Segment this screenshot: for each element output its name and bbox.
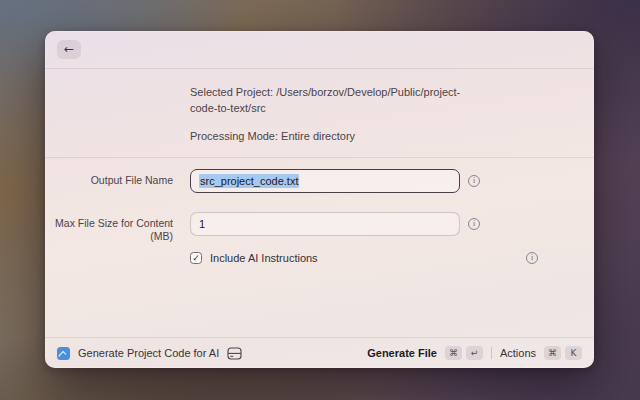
selected-project-text: Selected Project: /Users/borzov/Develop/…	[190, 84, 468, 116]
cmd-keycap: ⌘	[445, 346, 462, 360]
back-button[interactable]: ←	[57, 40, 81, 59]
info-icon[interactable]: i	[468, 175, 480, 187]
ai-instructions-label: Include AI Instructions	[210, 252, 318, 264]
actions-button[interactable]: Actions	[500, 347, 536, 359]
cmd-keycap: ⌘	[544, 346, 561, 360]
max-size-input[interactable]: 1	[190, 212, 460, 236]
k-keycap: K	[565, 346, 582, 360]
raycast-window: ← Selected Project: /Users/borzov/Develo…	[45, 31, 594, 368]
return-keycap: ↵	[466, 346, 483, 360]
form-fields: Output File Name src_project_code.txt i …	[45, 158, 594, 283]
info-icon[interactable]: i	[526, 252, 538, 264]
window-header: ←	[45, 31, 594, 69]
footer-divider	[491, 347, 492, 359]
selected-input-text: src_project_code.txt	[199, 174, 299, 188]
info-icon[interactable]: i	[468, 218, 480, 230]
max-size-row: Max File Size for Content (MB) 1 i	[45, 212, 594, 243]
output-file-input[interactable]: src_project_code.txt	[190, 169, 460, 193]
output-file-row: Output File Name src_project_code.txt i	[45, 169, 594, 193]
back-arrow-icon: ←	[64, 40, 74, 59]
max-size-value: 1	[199, 218, 205, 230]
processing-mode-text: Processing Mode: Entire directory	[190, 128, 468, 144]
ai-instructions-checkbox[interactable]: ✓	[190, 252, 202, 264]
form-description: Selected Project: /Users/borzov/Develop/…	[45, 69, 485, 144]
desktop-background: ← Selected Project: /Users/borzov/Develo…	[0, 0, 640, 400]
output-file-label: Output File Name	[45, 169, 173, 187]
extension-icon	[57, 347, 70, 360]
action-bar: Generate Project Code for AI Generate Fi…	[45, 337, 594, 368]
window-icon	[227, 347, 242, 360]
ai-instructions-row: ✓ Include AI Instructions i	[45, 252, 594, 264]
max-size-label: Max File Size for Content (MB)	[45, 212, 173, 243]
generate-file-button[interactable]: Generate File	[367, 347, 437, 359]
command-title: Generate Project Code for AI	[78, 347, 219, 359]
